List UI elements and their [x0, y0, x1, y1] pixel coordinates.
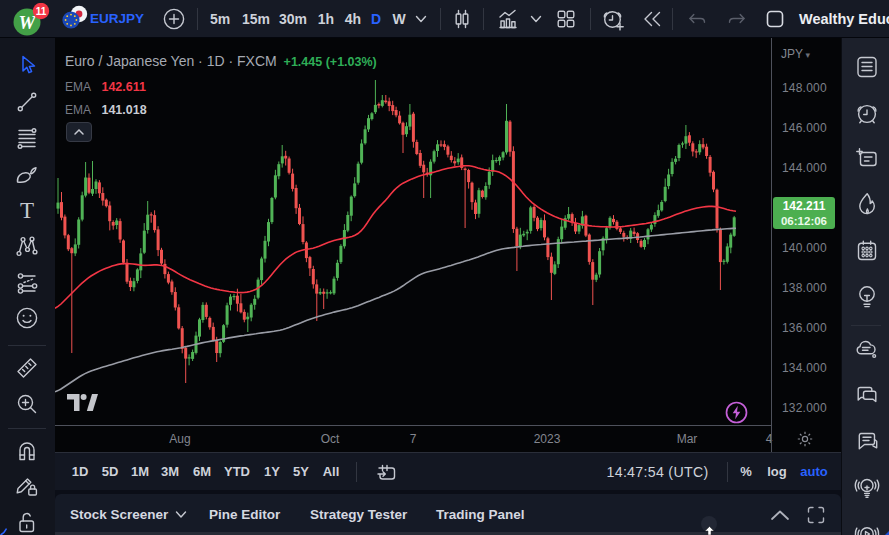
svg-text:W: W — [19, 12, 37, 33]
svg-text:11: 11 — [36, 6, 47, 17]
